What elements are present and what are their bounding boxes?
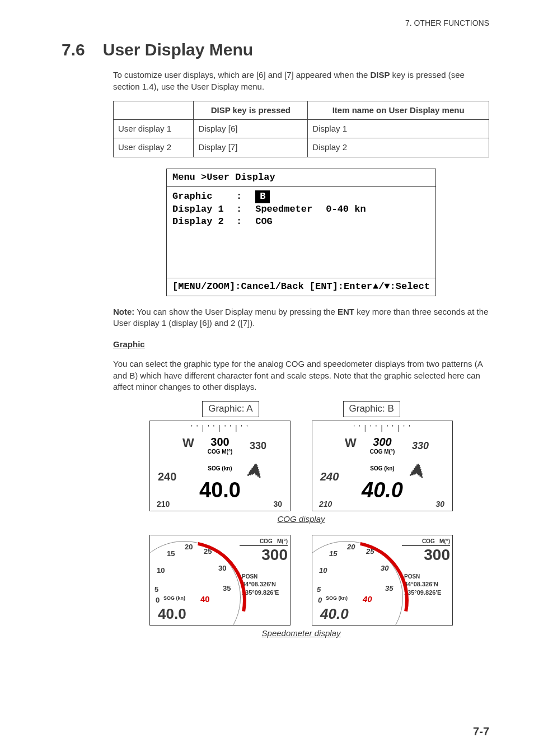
menu-footer: [MENU/ZOOM]:Cancel/Back [ENT]:Enter ▲/▼:… (167, 278, 435, 296)
cog-label: COG M(°) (150, 448, 290, 456)
spd-sog-label: SOG (kn) (326, 595, 348, 601)
spd-cog-unit: M(°) (277, 538, 288, 544)
intro-disp-key: DISP (370, 70, 390, 80)
table-row: User display 2 Display [7] Display 2 (114, 138, 489, 157)
spd-tick-15: 15 (167, 549, 175, 559)
menu-title: Menu >User Display (167, 169, 435, 187)
spd-tick-15: 15 (329, 549, 337, 559)
td: User display 1 (114, 120, 194, 138)
sog-value: 40.0 (150, 476, 290, 505)
menu-footer-right: ▲/▼:Select (373, 281, 430, 293)
spd-posn-label: POSN (402, 573, 450, 581)
spd-tick-35: 35 (385, 584, 393, 594)
sog-value: 40.0 (312, 476, 452, 505)
menu-key: Display 1 (172, 203, 228, 216)
spd-needle-40: 40 (200, 594, 214, 607)
spd-lon: 135°09.826'E (240, 589, 288, 597)
td: User display 2 (114, 138, 194, 157)
spd-sog-value: 40.0 (158, 604, 186, 624)
sog-label: SOG (kn) (312, 465, 452, 473)
cog-caption: COG display (113, 514, 489, 525)
display-mapping-table: DISP key is pressed Item name on User Di… (113, 101, 489, 157)
menu-row-display1: Display 1 : Speedmeter 0-40 kn (172, 203, 430, 216)
cog-heading-300: 300 (312, 435, 452, 450)
spd-sog-value: 40.0 (320, 604, 349, 624)
menu-value-extra: 0-40 kn (326, 203, 366, 216)
speedometer-gauge-a: 0 5 10 15 20 25 30 35 SOG (kn) 40 40.0 C… (149, 535, 291, 626)
spd-cog-label: COG (422, 538, 435, 544)
spd-tick-35: 35 (223, 584, 231, 594)
th-blank (114, 101, 194, 119)
speedometer-caption: Speedometer display (113, 628, 489, 639)
spd-tick-25: 25 (204, 547, 212, 557)
spd-lat: 34°08.326'N (240, 580, 288, 589)
cog-label: COG M(°) (312, 448, 452, 456)
spd-tick-30: 30 (218, 563, 226, 573)
graphic-subheading: Graphic (113, 339, 489, 350)
cog-gauge-b: ' ' | ' ' | ' ' | ' ' W 300 330 240 210 … (312, 421, 453, 511)
td: Display [7] (194, 138, 308, 157)
note-label: Note: (113, 307, 134, 316)
th-disp-pressed: DISP key is pressed (194, 101, 308, 119)
spd-tick-5: 5 (317, 585, 321, 595)
spd-lat: 34°08.326'N (402, 580, 450, 589)
td: Display 1 (308, 120, 489, 138)
spd-sog-label: SOG (kn) (163, 595, 185, 601)
spd-cog-label: COG (260, 538, 273, 544)
dial-ticks-icon: ' ' | ' ' | ' ' | ' ' (150, 423, 290, 432)
spd-tick-30: 30 (381, 563, 388, 573)
menu-key: Graphic (172, 190, 228, 203)
spd-tick-10: 10 (319, 566, 327, 576)
th-item-name: Item name on User Display menu (308, 101, 489, 119)
menu-screenshot: Menu >User Display Graphic : B Display 1… (166, 169, 436, 296)
speedometer-gauge-b: 0 5 10 15 20 25 30 35 SOG (kn) 40 40.0 C… (312, 535, 453, 626)
sog-label: SOG (kn) (150, 465, 290, 473)
table-header-row: DISP key is pressed Item name on User Di… (114, 101, 489, 119)
note-text-a: You can show the User Display menu by pr… (134, 307, 338, 316)
cog-gauge-a: ' ' | ' ' | ' ' | ' ' W 300 330 240 210 … (149, 421, 291, 511)
running-header: 7. OTHER FUNCTIONS (62, 18, 489, 29)
intro-text-a: To customize user displays, which are [6… (113, 70, 370, 80)
spd-cog-unit: M(°) (439, 538, 450, 544)
td: Display 2 (308, 138, 489, 157)
menu-value: COG (255, 216, 273, 228)
spd-tick-5: 5 (154, 585, 158, 595)
dial-ticks-icon: ' ' | ' ' | ' ' | ' ' (312, 423, 452, 432)
note-ent-key: ENT (338, 307, 354, 316)
section-heading: 7.6 User Display Menu (62, 39, 489, 62)
spd-tick-0: 0 (156, 595, 160, 605)
menu-key: Display 2 (172, 216, 228, 228)
graphic-b-tag: Graphic: B (343, 401, 400, 417)
menu-body: Graphic : B Display 1 : Speedmeter 0-40 … (167, 187, 435, 278)
graphic-paragraph: You can select the graphic type for the … (113, 358, 489, 393)
spd-tick-25: 25 (366, 547, 374, 557)
menu-row-display2: Display 2 : COG (172, 216, 430, 228)
spd-needle-40: 40 (363, 594, 376, 607)
intro-paragraph: To customize user displays, which are [6… (113, 69, 489, 92)
spd-cog-value: 300 (402, 547, 450, 563)
spd-posn-label: POSN (240, 573, 288, 581)
note-paragraph: Note: You can show the User Display menu… (113, 306, 489, 329)
spd-tick-20: 20 (347, 542, 355, 552)
cog-heading-300: 300 (150, 435, 290, 450)
menu-value: Speedmeter (255, 203, 312, 216)
section-title: User Display Menu (103, 39, 253, 62)
graphic-labels: Graphic: A Graphic: B (113, 401, 489, 417)
section-number: 7.6 (62, 39, 85, 62)
graphic-a-tag: Graphic: A (202, 401, 259, 417)
table-row: User display 1 Display [6] Display 1 (114, 120, 489, 138)
page-number: 7-7 (473, 724, 489, 739)
spd-tick-10: 10 (157, 566, 165, 576)
spd-cog-value: 300 (240, 547, 288, 563)
menu-footer-left: [MENU/ZOOM]:Cancel/Back [ENT]:Enter (172, 281, 372, 293)
spd-lon: 135°09.826'E (402, 589, 450, 597)
menu-value-selected: B (255, 190, 270, 203)
spd-tick-20: 20 (185, 542, 193, 552)
td: Display [6] (194, 120, 308, 138)
spd-tick-0: 0 (318, 595, 322, 605)
menu-row-graphic: Graphic : B (172, 190, 430, 203)
